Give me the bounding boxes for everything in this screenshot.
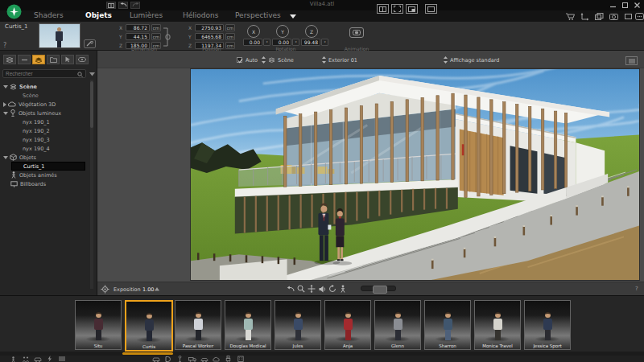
filter-energy-button[interactable]: [44, 356, 55, 362]
tree-item-animated-objects[interactable]: Objets animés: [0, 171, 90, 179]
help-button[interactable]: ?: [3, 42, 6, 49]
pos-x-field[interactable]: 2750.93: [195, 24, 224, 31]
filter-vehicles-button[interactable]: [32, 356, 43, 362]
camera-button[interactable]: [607, 12, 620, 21]
filter-list-button[interactable]: [56, 356, 67, 362]
tree-item-luminous-objects[interactable]: Objets lumineux: [0, 109, 90, 117]
category-vegetation-button[interactable]: [211, 356, 221, 362]
tree-item-nyx-4[interactable]: nyx 190_4: [0, 144, 90, 153]
rotation-x-field[interactable]: 0.00: [243, 39, 262, 46]
character-thumb-situ[interactable]: Situ: [75, 300, 122, 350]
layout-plain-button[interactable]: [425, 4, 437, 14]
dim-y-unit[interactable]: cm: [151, 33, 161, 40]
rotation-y-unit[interactable]: °: [292, 39, 299, 46]
layout-corner-button[interactable]: [406, 4, 418, 14]
category-figures-button[interactable]: [223, 356, 233, 362]
display-mode-selector[interactable]: Affichage standard: [450, 57, 499, 64]
character-thumb-douglas-medical[interactable]: Douglas Medical: [225, 300, 271, 350]
catalog-scrollbar-thumb[interactable]: [122, 352, 173, 355]
updown-arrows-icon[interactable]: [444, 56, 448, 64]
close-button[interactable]: [632, 2, 642, 9]
menu-lumieres[interactable]: Lumières: [130, 11, 163, 19]
character-thumb-curtis[interactable]: Curtis: [125, 300, 173, 352]
camera-selector[interactable]: Exterior 01: [328, 57, 357, 64]
layout-single-button[interactable]: [377, 4, 389, 14]
stepper-up-icon[interactable]: [155, 287, 159, 291]
rotation-z-unit[interactable]: °: [321, 39, 328, 46]
settings-button[interactable]: [100, 284, 109, 294]
filter-layers-toggle[interactable]: [32, 55, 45, 64]
zoom-tool-button[interactable]: [296, 284, 306, 294]
rotation-z-field[interactable]: 99.48: [301, 39, 320, 46]
expander-icon[interactable]: [3, 85, 8, 88]
character-thumb-sharron[interactable]: Sharron: [424, 300, 471, 350]
tree-item-billboards[interactable]: Billboards: [0, 179, 90, 188]
expander-icon[interactable]: [3, 156, 8, 159]
tree-item-objects[interactable]: Objets: [0, 153, 90, 162]
rotation-z-dial[interactable]: Z: [305, 25, 318, 38]
rotation-x-unit[interactable]: °: [263, 39, 270, 46]
view-selector[interactable]: Scène: [278, 57, 294, 64]
character-thumb-anja[interactable]: Anja: [324, 300, 371, 350]
menu-objets[interactable]: Objets: [85, 11, 112, 19]
updown-arrows-icon[interactable]: [262, 56, 266, 64]
filter-folder-toggle[interactable]: [47, 55, 60, 64]
updown-arrows-icon[interactable]: [322, 56, 326, 64]
menu-shaders[interactable]: Shaders: [34, 11, 64, 19]
layout-expand-button[interactable]: [391, 4, 403, 14]
maximize-button[interactable]: [620, 2, 630, 9]
edit-object-button[interactable]: [84, 39, 96, 48]
pos-y-field[interactable]: 6465.68: [195, 33, 224, 40]
viewport-menu-button[interactable]: [625, 56, 638, 65]
category-cars-button[interactable]: [151, 356, 161, 362]
slider-handle[interactable]: [373, 286, 387, 294]
tree-item-nyx-1[interactable]: nyx 190_1: [0, 117, 90, 126]
category-buildings-button[interactable]: [235, 356, 246, 362]
walkthrough-button[interactable]: [338, 284, 348, 294]
redo-button[interactable]: [130, 2, 140, 9]
render-viewport-image[interactable]: [190, 68, 640, 281]
rotation-y-dial[interactable]: Y: [276, 25, 289, 38]
back-button[interactable]: [286, 284, 295, 294]
audio-button[interactable]: [317, 284, 327, 294]
preview-size-slider[interactable]: [361, 286, 396, 291]
character-thumb-monica-travel[interactable]: Monica Travel: [474, 300, 521, 350]
select-tool-toggle[interactable]: [61, 55, 74, 64]
tree-scrollbar[interactable]: [90, 80, 93, 289]
dim-x-field[interactable]: 86.72: [126, 24, 150, 31]
category-cars2-button[interactable]: [199, 356, 209, 362]
expander-icon[interactable]: [3, 102, 6, 107]
animation-button[interactable]: [349, 27, 364, 38]
store-button[interactable]: [564, 12, 576, 21]
rotation-y-field[interactable]: 0.00: [272, 39, 291, 46]
rotation-x-dial[interactable]: X: [247, 25, 260, 38]
search-filter-caret-icon[interactable]: [89, 72, 95, 76]
menu-heliodons[interactable]: Héliodons: [183, 11, 218, 19]
dim-y-field[interactable]: 44.15: [126, 33, 150, 40]
expander-icon[interactable]: [3, 112, 8, 115]
dim-x-unit[interactable]: cm: [151, 24, 161, 31]
pos-y-unit[interactable]: cm: [225, 33, 235, 40]
refresh-button[interactable]: [328, 284, 337, 294]
collapse-toggle[interactable]: [18, 55, 31, 64]
filter-shaders-toggle[interactable]: [3, 55, 16, 64]
character-thumb-pascal-worker[interactable]: Pascal Worker: [175, 300, 221, 350]
exposition-value[interactable]: 1.00: [142, 286, 154, 293]
search-input[interactable]: [2, 69, 86, 78]
undo-button[interactable]: [118, 2, 128, 9]
tree-item-nyx-2[interactable]: nyx 190_2: [0, 126, 90, 135]
menu-perspectives[interactable]: Perspectives: [235, 11, 281, 19]
filter-people-button[interactable]: [20, 356, 31, 362]
duplicate-button[interactable]: [592, 12, 605, 21]
viewport-help-button[interactable]: ?: [635, 286, 638, 292]
tree-item-curtis[interactable]: Curtis_1: [11, 162, 85, 171]
tree-item-scene-child[interactable]: Scène: [0, 91, 90, 100]
character-thumb-jules[interactable]: Jules: [275, 300, 321, 350]
category-3d-button[interactable]: [163, 356, 173, 362]
pan-tool-button[interactable]: [307, 284, 316, 294]
pos-x-unit[interactable]: cm: [225, 24, 235, 31]
tree-item-vegetation[interactable]: Végétation 3D: [0, 100, 90, 109]
minimize-button[interactable]: [608, 2, 618, 9]
filter-person-button[interactable]: [8, 356, 19, 362]
character-thumb-jessica-sport[interactable]: Jessica Sport: [524, 300, 571, 350]
